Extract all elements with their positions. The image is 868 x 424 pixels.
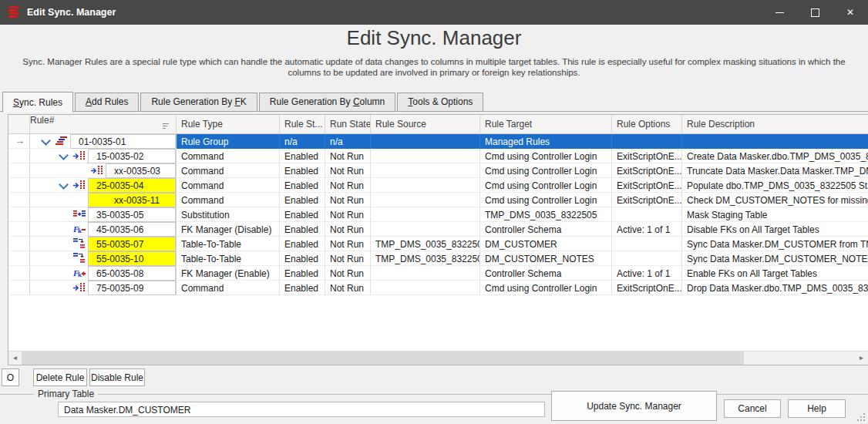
help-button[interactable]: Help <box>788 399 846 418</box>
rule-options-cell: ExitScriptOnE... <box>612 149 682 163</box>
table-row[interactable]: 35-0035-05SubstitutionEnabledNot RunTMP_… <box>8 207 868 222</box>
column-header-rule-st[interactable]: Rule St... <box>280 115 325 133</box>
rule-description-cell: Create Data Masker.dbo.TMP_DMS_0035_8322… <box>682 149 868 163</box>
rule-number-cell: 25-0035-04 <box>30 178 177 193</box>
table-row[interactable]: 55-0035-10Table-To-TableEnabledNot RunTM… <box>8 251 868 266</box>
tab-label-post: ync. Rules <box>19 97 62 108</box>
page-title: Edit Sync. Manager <box>0 26 868 50</box>
table-row[interactable]: 55-0035-07Table-To-TableEnabledNot RunTM… <box>8 237 868 251</box>
rule-number-box[interactable]: 25-0035-04 <box>88 178 176 193</box>
disable-rule-button[interactable]: Disable Rule <box>89 368 145 386</box>
tab-add-rules[interactable]: Add Rules <box>75 93 139 112</box>
scroll-right-icon[interactable]: ► <box>855 352 868 365</box>
maximize-button[interactable] <box>797 0 833 25</box>
row-indicator-cell <box>8 251 30 266</box>
rule-number-box[interactable]: 55-0035-07 <box>88 237 176 251</box>
table-row[interactable]: xx-0035-11CommandEnabledNot RunCmd using… <box>8 193 868 207</box>
column-header-rule[interactable]: Rule# <box>30 115 177 133</box>
rule-number-box[interactable]: 75-0035-09 <box>88 281 176 295</box>
tab-tools-options[interactable]: Tools & Options <box>397 93 483 112</box>
tab-rule-generation-by-column[interactable]: Rule Generation By Column <box>259 93 395 112</box>
row-indicator-cell <box>8 222 30 237</box>
scrollbar-trough[interactable] <box>744 352 855 365</box>
horizontal-scrollbar[interactable]: ◄ ► <box>8 351 868 365</box>
cancel-button[interactable]: Cancel <box>724 399 781 418</box>
column-header-rule-description[interactable]: Rule Description <box>682 115 868 133</box>
rule-options-cell <box>612 207 682 222</box>
rule-number-cell: xx-0035-03 <box>30 163 177 178</box>
rule-options-cell <box>612 134 682 149</box>
rule-number-box[interactable]: xx-0035-03 <box>106 163 176 178</box>
tab-sync-rules[interactable]: Sync. Rules <box>2 92 73 113</box>
close-button[interactable]: ✕ <box>833 0 868 25</box>
rule-target-cell: TMP_DMS_0035_8322505 <box>480 207 612 222</box>
grid-rows: →01-0035-01Rule Groupn/an/aManaged Rules… <box>8 134 868 295</box>
rule-number-cell: Fk45-0035-06 <box>30 222 177 237</box>
sort-ascending-icon[interactable] <box>163 121 171 132</box>
tab-rule-generation-by-fk[interactable]: Rule Generation By FK <box>140 93 257 112</box>
rule-number-box[interactable]: 01-0035-01 <box>70 134 176 149</box>
column-header-indicator[interactable] <box>8 115 30 133</box>
run-state-cell: Not Run <box>325 193 371 207</box>
column-header-rule-source[interactable]: Rule Source <box>371 115 480 133</box>
run-state-cell: Not Run <box>325 266 371 281</box>
rule-number-box[interactable]: 35-0035-05 <box>88 207 176 222</box>
rule-number-box[interactable]: 65-0035-08 <box>88 266 176 281</box>
rule-description-cell <box>682 134 868 149</box>
rule-number-box[interactable]: 45-0035-06 <box>88 222 176 237</box>
rule-number-box[interactable]: xx-0035-11 <box>88 193 176 207</box>
column-header-run-state[interactable]: Run State <box>325 115 371 133</box>
expand-chevron-icon[interactable] <box>59 180 69 190</box>
minimize-button[interactable] <box>762 0 797 25</box>
rule-type-cell: Table-To-Table <box>177 251 280 266</box>
rule-status-cell: Enabled <box>280 178 325 193</box>
table-row[interactable]: 75-0035-09CommandEnabledNot RunCmd using… <box>8 281 868 295</box>
expand-chevron-icon[interactable] <box>41 136 51 146</box>
update-sync-manager-button[interactable]: Update Sync. Manager <box>551 391 717 421</box>
tab-label-post: ools & Options <box>412 96 473 107</box>
tab-label-post: K <box>241 96 247 107</box>
rule-source-cell: TMP_DMS_0035_8322505 <box>371 251 480 266</box>
tab-label-pre: Rule Generation By <box>151 96 234 107</box>
table-row[interactable]: 25-0035-04CommandEnabledNot RunCmd using… <box>8 178 868 193</box>
command-icon <box>73 150 86 162</box>
scrollbar-thumb[interactable] <box>22 352 744 365</box>
table-row[interactable]: Fk45-0035-06FK Manager (Disable)EnabledN… <box>8 222 868 237</box>
column-header-rule-options[interactable]: Rule Options <box>612 115 682 133</box>
rule-description-cell: Sync Data Masker.DM_CUSTOMER_NOTES from … <box>682 251 868 266</box>
table-row[interactable]: 15-0035-02CommandEnabledNot RunCmd using… <box>8 149 868 163</box>
column-header-rule-type[interactable]: Rule Type <box>177 115 280 133</box>
rule-description-cell: Enable FKs on All Target Tables <box>682 266 868 281</box>
rule-status-cell: Enabled <box>280 207 325 222</box>
row-indicator-cell <box>8 281 30 295</box>
rule-type-cell: Substitution <box>177 207 280 222</box>
rule-number-box[interactable]: 55-0035-10 <box>88 251 176 266</box>
column-header-label: Rule# <box>30 115 54 126</box>
rule-type-cell: Rule Group <box>177 134 280 149</box>
tab-label-accesskey: C <box>353 96 360 107</box>
column-header-label: Rule Type <box>181 119 223 130</box>
table-row[interactable]: →01-0035-01Rule Groupn/an/aManaged Rules <box>8 134 868 149</box>
rule-number-cell: 75-0035-09 <box>30 281 177 295</box>
rule-description-cell: Check DM_CUSTOMER_NOTES for missing keys… <box>682 193 868 207</box>
rule-number-cell: 55-0035-07 <box>30 237 177 251</box>
scroll-left-icon[interactable]: ◄ <box>8 352 22 365</box>
column-header-rule-target[interactable]: Rule Target <box>480 115 612 133</box>
rule-type-cell: Command <box>177 193 280 207</box>
expand-chevron-icon[interactable] <box>59 150 69 160</box>
delete-rule-button[interactable]: Delete Rule <box>33 368 87 386</box>
rule-description-cell: Populate dbo.TMP_DMS_0035_8322505 Stagin… <box>682 178 868 193</box>
table-row[interactable]: xx-0035-03CommandEnabledNot RunCmd using… <box>8 163 868 178</box>
run-state-cell: n/a <box>325 134 371 149</box>
table-row[interactable]: Fk65-0035-08FK Manager (Enable)EnabledNo… <box>8 266 868 281</box>
rule-type-cell: Command <box>177 281 280 295</box>
o-indicator-button[interactable]: O <box>2 368 19 386</box>
rule-options-cell <box>612 251 682 266</box>
table-to-table-icon <box>73 237 86 250</box>
rule-number-box[interactable]: 15-0035-02 <box>88 149 176 163</box>
rule-status-cell: Enabled <box>280 251 325 266</box>
resize-grip-icon[interactable] <box>856 412 866 422</box>
row-indicator-cell: → <box>8 134 30 149</box>
primary-table-groupbox-border <box>0 394 868 395</box>
primary-table-field[interactable]: Data Masker.DM_CUSTOMER <box>58 402 545 417</box>
